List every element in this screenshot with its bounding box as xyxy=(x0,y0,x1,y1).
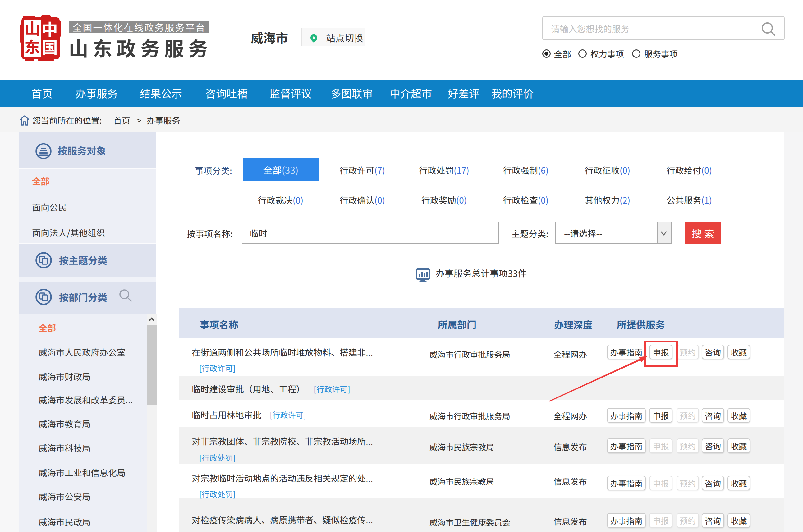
svg-text:东: 东 xyxy=(24,35,40,57)
svg-text:国: 国 xyxy=(42,35,58,58)
